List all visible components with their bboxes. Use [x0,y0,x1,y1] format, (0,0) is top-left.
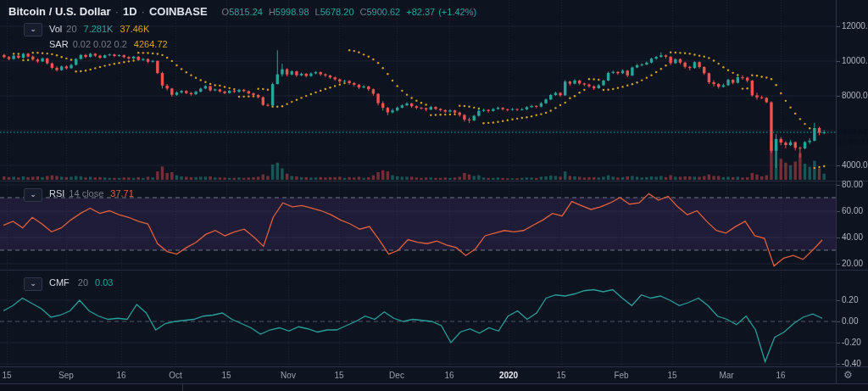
time-axis-tick: Oct [169,371,182,380]
collapse-cmf-pane-button[interactable]: ⌄ [24,277,42,291]
time-axis[interactable]: 15Sep16Oct15Nov15Dec16202015Feb15Mar16 [0,366,868,384]
low-value: 5678.20 [320,7,354,17]
price-axis-label: 8000.00 [842,91,868,100]
last-price-badge: 5900.62 [837,126,868,136]
volume-ma-value: 37.46K [120,24,149,34]
change-percent: (+1.42%) [438,7,476,17]
close-value: 5900.62 [366,7,400,17]
cmf-indicator-name: CMF [49,277,70,288]
ohlc-readout: O5815.24H5998.98L5678.20C5900.62+82.37(+… [216,7,477,17]
time-axis-tick: Feb [614,371,628,380]
time-axis-tick: Sep [58,371,74,380]
sar-value: 4264.72 [134,39,168,49]
symbol-header: Bitcoin / U.S. Dollar·1D·COINBASEO5815.2… [8,5,476,18]
price-axis-label: 40.00 [842,232,863,242]
volume-legend[interactable]: Vol207.281K37.46K [49,24,149,34]
price-axis-label: 80.00 [842,180,863,189]
high-value: 5998.98 [275,7,309,17]
sar-indicator-params: 0.02 0.02 0.2 [73,39,127,49]
collapse-legend-button[interactable]: ⌄ [24,23,42,36]
time-axis-tick: Nov [281,371,296,380]
tradingview-chart-window: Bitcoin / U.S. Dollar·1D·COINBASEO5815.2… [0,0,868,391]
price-axis-label: 10000.00 [842,56,868,65]
bottom-toolbar [0,383,868,391]
price-axis-label: 0.00 [842,316,858,326]
time-axis-tick: 16 [776,371,785,380]
rsi-value: 37.71 [110,188,134,198]
pane-divider[interactable] [0,270,868,271]
separator-dot: · [142,5,145,18]
time-axis-tick: 15 [221,371,231,380]
chevron-down-icon: ⌄ [30,25,36,33]
time-axis-settings-corner: ⚙ [836,366,868,383]
chevron-down-icon: ⌄ [30,279,36,288]
open-label: O [222,7,230,17]
price-axis[interactable]: 5900.62 17:07:21 12000.0010000.008000.00… [836,0,868,383]
time-axis-tick: 15 [556,371,565,380]
time-axis-tick: 16 [116,371,125,380]
cmf-indicator-params: 20 [78,277,88,288]
high-label: H [269,7,275,17]
volume-value: 7.281K [84,24,114,34]
time-axis-tick: 15 [2,371,11,380]
price-axis-label: 12000.00 [842,21,868,31]
chevron-down-icon: ⌄ [30,190,36,198]
price-axis-label: 4000.00 [842,160,868,170]
price-axis-label: 0.20 [842,295,858,304]
rsi-indicator-name: RSI [49,188,64,198]
symbol-title[interactable]: Bitcoin / U.S. Dollar [8,5,111,18]
chart-plot-area[interactable] [0,0,836,366]
price-axis-label: 60.00 [842,206,863,215]
cmf-value: 0.03 [95,277,113,288]
sar-legend[interactable]: SAR0.02 0.02 0.24264.72 [49,39,168,49]
time-axis-tick: Dec [389,371,404,380]
interval-label[interactable]: 1D [123,5,137,18]
time-axis-tick: 15 [667,371,676,380]
countdown-badge: 17:07:21 [837,137,868,147]
price-axis-label: 20.00 [842,259,863,268]
price-axis-label: -0.20 [842,338,861,347]
pane-divider[interactable] [0,181,868,182]
sar-indicator-name: SAR [49,39,69,49]
time-axis-tick: 16 [444,371,453,380]
rsi-legend[interactable]: RSI14 close37.71 [49,188,134,198]
time-axis-tick: 15 [334,371,343,380]
open-value: 5815.24 [229,7,263,17]
rsi-indicator-params: 14 close [69,188,103,198]
change-value: +82.37 [406,7,435,17]
toolbar-divider [182,384,183,391]
volume-indicator-name: Vol [49,24,62,34]
separator-dot: · [115,5,119,18]
gear-icon[interactable]: ⚙ [843,369,853,381]
exchange-label: COINBASE [149,5,208,18]
collapse-rsi-pane-button[interactable]: ⌄ [24,188,42,202]
volume-indicator-param: 20 [66,24,76,34]
cmf-legend[interactable]: CMF200.03 [49,277,114,288]
time-axis-tick: Mar [719,371,733,380]
time-axis-tick: 2020 [499,371,518,380]
